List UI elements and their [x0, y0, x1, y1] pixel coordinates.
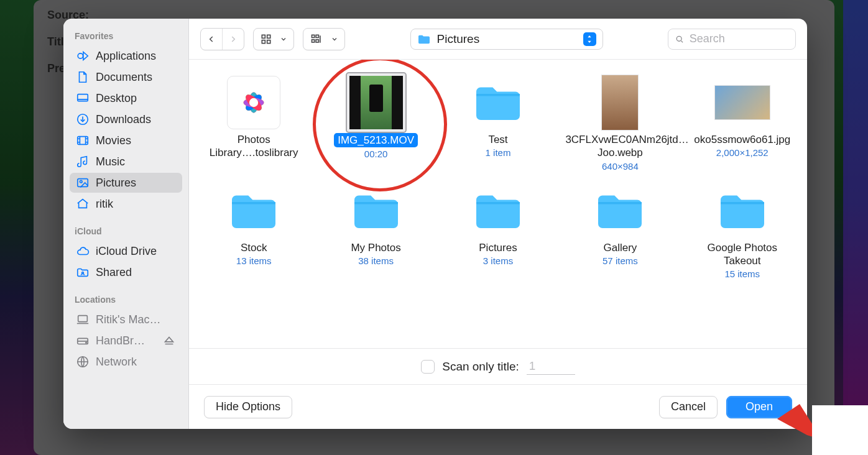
desktop-icon [76, 91, 90, 105]
search-input[interactable] [690, 32, 789, 45]
caret-down-icon [586, 39, 593, 44]
file-meta: 00:20 [364, 149, 388, 159]
sidebar-item-label: Pictures [96, 177, 136, 190]
file-tile[interactable]: 3CFLXvwEC0ANm26jtd…Joo.webp 640×984 [564, 75, 676, 172]
open-button[interactable]: Open [726, 396, 792, 418]
chevron-down-icon [331, 35, 338, 43]
music-icon [76, 155, 90, 168]
svg-point-28 [249, 98, 258, 107]
file-tile-selected[interactable]: IMG_5213.MOV 00:20 [320, 75, 432, 172]
chevron-right-icon [229, 34, 238, 45]
file-tile[interactable]: Pictures 3 items [442, 183, 554, 280]
sidebar-item-home[interactable]: ritik [70, 194, 182, 214]
scan-only-title-label: Scan only title: [442, 360, 519, 374]
icon-view-icon [260, 33, 272, 45]
sidebar-item-documents[interactable]: Documents [70, 67, 182, 87]
open-file-dialog: Favorites Applications Documents Desktop… [63, 19, 807, 429]
file-meta: 15 items [724, 269, 760, 279]
sidebar-item-movies[interactable]: Movies [70, 131, 182, 150]
scan-only-title-checkbox[interactable] [421, 360, 435, 374]
file-thumb [592, 75, 648, 131]
file-name: Pictures [479, 241, 517, 254]
file-tile[interactable]: Stock 13 items [198, 183, 310, 280]
globe-icon [76, 355, 90, 369]
file-name: Stock [241, 241, 267, 254]
sidebar-item-label: HandBr… [96, 334, 156, 347]
file-thumb [226, 183, 282, 239]
file-tile[interactable]: Google Photos Takeout 15 items [686, 183, 798, 280]
file-name: oko5ssmow6o61.jpg [694, 133, 790, 146]
search-field[interactable] [668, 29, 796, 50]
svg-rect-17 [316, 35, 318, 37]
toolbar: Pictures [189, 19, 807, 60]
main-panel: Pictures [189, 19, 807, 429]
svg-rect-11 [262, 35, 265, 38]
folder-icon [472, 80, 524, 125]
sidebar-item-desktop[interactable]: Desktop [70, 88, 182, 108]
sidebar-item-pictures[interactable]: Pictures [70, 173, 182, 193]
file-meta: 2,000×1,252 [716, 147, 769, 158]
file-tile[interactable]: Gallery 57 items [564, 183, 676, 280]
file-tile[interactable]: Photos Library….toslibrary [198, 75, 310, 172]
file-name: IMG_5213.MOV [334, 133, 418, 147]
eject-icon[interactable] [162, 334, 176, 347]
image-thumb [714, 85, 770, 120]
sidebar-item-label: iCloud Drive [96, 245, 157, 258]
sidebar-item-label: Downloads [96, 113, 151, 126]
sidebar-item-handbrake-disk[interactable]: HandBr… [70, 331, 182, 351]
sidebar: Favorites Applications Documents Desktop… [63, 19, 189, 429]
download-icon [76, 113, 90, 126]
sidebar-item-label: Music [96, 155, 125, 168]
svg-point-5 [80, 180, 82, 183]
disk-icon [76, 334, 90, 347]
file-tile[interactable]: My Photos 38 items [320, 183, 432, 280]
file-meta: 3 items [483, 255, 513, 266]
file-meta: 57 items [603, 255, 638, 266]
sidebar-item-icloud-drive[interactable]: iCloud Drive [70, 241, 182, 261]
file-thumb [348, 183, 404, 239]
folder-icon [350, 188, 402, 233]
laptop-icon [76, 313, 90, 326]
file-tile[interactable]: Test 1 item [442, 75, 554, 172]
sidebar-item-network[interactable]: Network [70, 352, 182, 372]
sidebar-item-shared[interactable]: Shared [70, 262, 182, 282]
sidebar-item-label: Documents [96, 71, 152, 84]
folder-icon [228, 188, 280, 233]
svg-rect-1 [78, 94, 88, 101]
nav-forward-button[interactable] [222, 29, 244, 50]
file-thumb [226, 75, 282, 131]
file-grid: Photos Library….toslibrary IMG_5213.M [195, 75, 801, 279]
dialog-footer: Hide Options Cancel Open [189, 384, 807, 429]
file-name: Gallery [603, 241, 637, 254]
group-mode[interactable] [303, 28, 345, 50]
file-thumb [714, 183, 770, 239]
svg-rect-13 [262, 40, 265, 43]
nav-back-button[interactable] [201, 29, 222, 50]
picture-icon [76, 176, 90, 190]
path-stepper[interactable] [583, 32, 596, 46]
photos-flower-icon [237, 86, 270, 119]
file-thumb [470, 183, 526, 239]
sidebar-item-music[interactable]: Music [70, 152, 182, 172]
sidebar-item-downloads[interactable]: Downloads [70, 109, 182, 129]
hide-options-button[interactable]: Hide Options [204, 396, 292, 418]
file-thumb [592, 183, 648, 239]
scan-title-number-input[interactable] [527, 358, 575, 375]
view-icon-mode[interactable] [253, 28, 294, 50]
file-tile[interactable]: oko5ssmow6o61.jpg 2,000×1,252 [686, 75, 798, 172]
svg-point-19 [676, 36, 681, 41]
home-icon [76, 197, 90, 211]
nav-back-forward [200, 28, 244, 50]
file-name: Google Photos Takeout [688, 241, 797, 268]
caret-up-icon [586, 34, 593, 39]
folder-icon [417, 34, 431, 45]
cancel-button[interactable]: Cancel [659, 396, 718, 418]
sidebar-item-label: Ritik's Mac… [96, 313, 160, 326]
sidebar-item-label: Applications [96, 50, 156, 63]
sidebar-item-applications[interactable]: Applications [70, 46, 182, 66]
sidebar-item-this-mac[interactable]: Ritik's Mac… [70, 310, 182, 329]
path-selector[interactable]: Pictures [410, 29, 603, 50]
chevron-left-icon [207, 34, 216, 45]
movie-icon [76, 134, 90, 147]
svg-rect-3 [78, 137, 88, 145]
